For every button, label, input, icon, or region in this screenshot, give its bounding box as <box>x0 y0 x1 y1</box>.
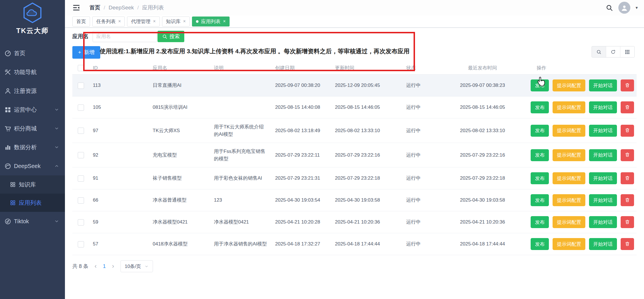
row-checkbox[interactable] <box>78 197 84 204</box>
prompt-config-button[interactable]: 提示词配置 <box>553 149 585 161</box>
search-button[interactable]: 搜索 <box>158 31 184 42</box>
sidebar-item-数据分析[interactable]: 数据分析 <box>0 138 65 157</box>
prompt-config-button[interactable]: 提示词配置 <box>553 194 585 206</box>
prompt-config-button[interactable]: 提示词配置 <box>553 172 585 184</box>
sidebar-item-注册资源[interactable]: 注册资源 <box>0 81 65 100</box>
sidebar-item-运营中心[interactable]: 运营中心 <box>0 100 65 119</box>
prompt-config-button[interactable]: 提示词配置 <box>553 238 585 250</box>
sidebar-item-DeepSeek[interactable]: DeepSeek <box>0 157 65 175</box>
publish-button[interactable]: 发布 <box>531 149 549 161</box>
delete-button[interactable] <box>621 238 634 250</box>
prev-page-button[interactable]: ‹ <box>95 263 97 269</box>
delete-button[interactable] <box>621 172 634 184</box>
collapse-menu-icon[interactable] <box>72 4 80 12</box>
tab-首页[interactable]: 首页 <box>72 17 90 26</box>
cell-status: 运行中 <box>403 97 437 118</box>
sidebar-item-Tiktok[interactable]: Tiktok <box>0 212 65 231</box>
delete-button[interactable] <box>621 149 634 161</box>
cell-app-name: 净水器普通模型 <box>149 189 210 211</box>
cell-id: 91 <box>89 167 149 189</box>
tab-知识库[interactable]: 知识库× <box>162 17 190 26</box>
publish-button[interactable]: 发布 <box>531 216 549 228</box>
brand-title: TK云大师 <box>0 26 65 35</box>
close-icon[interactable]: × <box>223 19 226 24</box>
avatar[interactable] <box>618 2 630 14</box>
close-icon[interactable]: × <box>153 19 156 24</box>
prompt-config-button[interactable]: 提示词配置 <box>553 216 585 228</box>
deepseek-icon <box>4 163 11 170</box>
sidebar-item-功能导航[interactable]: 功能导航 <box>0 63 65 81</box>
cell-status: 运行中 <box>403 118 437 143</box>
sidebar-item-首页[interactable]: 首页 <box>0 44 65 63</box>
select-all-checkbox[interactable] <box>78 65 84 71</box>
search-icon[interactable] <box>606 4 613 12</box>
close-icon[interactable]: × <box>118 19 121 24</box>
sidebar-item-积分商城[interactable]: 积分商城 <box>0 119 65 138</box>
close-icon[interactable]: × <box>183 19 186 24</box>
delete-button[interactable] <box>621 125 634 137</box>
start-chat-button[interactable]: 开始对话 <box>589 172 617 184</box>
tab-label: 任务列表 <box>96 18 116 25</box>
caret-down-icon[interactable]: ▾ <box>635 5 638 10</box>
row-checkbox[interactable] <box>78 175 84 182</box>
publish-button[interactable]: 发布 <box>531 125 549 137</box>
cell-description: 用于净水器销售的AI模型 <box>210 233 272 255</box>
tab-应用列表[interactable]: 应用列表× <box>192 17 230 26</box>
toolbar-search-icon[interactable] <box>592 46 606 57</box>
cell-created-date: 2025-07-29 23:22:11 <box>272 143 332 167</box>
row-checkbox[interactable] <box>78 152 84 158</box>
delete-button[interactable] <box>621 101 634 113</box>
start-chat-button[interactable]: 开始对话 <box>589 101 617 113</box>
sidebar-item-应用列表[interactable]: 应用列表 <box>0 194 65 212</box>
chevron-up-icon <box>54 163 59 169</box>
prompt-config-button[interactable]: 提示词配置 <box>553 125 585 137</box>
app-name-input[interactable] <box>93 31 157 42</box>
breadcrumb-item[interactable]: 应用列表 <box>142 4 164 11</box>
tab-代理管理[interactable]: 代理管理× <box>127 17 160 26</box>
cell-id: 105 <box>89 97 149 118</box>
trash-icon <box>625 175 630 181</box>
breadcrumb-item[interactable]: DeepSeek <box>109 5 134 11</box>
row-checkbox[interactable] <box>78 128 84 134</box>
trash-icon <box>625 219 630 225</box>
publish-button[interactable]: 发布 <box>531 101 549 113</box>
cell-status: 运行中 <box>403 233 437 255</box>
delete-button[interactable] <box>621 79 634 91</box>
sidebar: TK云大师 首页功能导航注册资源运营中心积分商城数据分析DeepSeek知识库应… <box>0 0 65 299</box>
add-button[interactable]: + 新增 <box>72 46 100 59</box>
row-checkbox[interactable] <box>78 105 84 111</box>
next-page-button[interactable]: › <box>112 263 114 269</box>
publish-button[interactable]: 发布 <box>531 238 549 250</box>
publish-button[interactable]: 发布 <box>531 79 549 91</box>
cell-id: 59 <box>89 211 149 233</box>
delete-button[interactable] <box>621 216 634 228</box>
prompt-config-button[interactable]: 提示词配置 <box>553 101 585 113</box>
publish-button[interactable]: 发布 <box>531 172 549 184</box>
delete-button[interactable] <box>621 194 634 206</box>
page-size-select[interactable]: 10条/页 <box>120 260 153 272</box>
sidebar-item-label: 数据分析 <box>14 144 37 151</box>
column-header-状态: 状态 <box>403 62 437 75</box>
breadcrumb-item[interactable]: 首页 <box>89 4 100 11</box>
start-chat-button[interactable]: 开始对话 <box>589 238 617 250</box>
start-chat-button[interactable]: 开始对话 <box>589 125 617 137</box>
row-checkbox[interactable] <box>78 219 84 226</box>
tab-任务列表[interactable]: 任务列表× <box>92 17 125 26</box>
start-chat-button[interactable]: 开始对话 <box>589 149 617 161</box>
main-area: 首页/DeepSeek/应用列表 ▾ 首页任务列表×代理管理×知识库×应用列表×… <box>65 0 644 299</box>
start-chat-button[interactable]: 开始对话 <box>589 79 617 91</box>
cell-last-published: 2025-04-21 10:20:36 <box>437 211 528 233</box>
column-header-ID: ID <box>89 62 149 75</box>
current-page[interactable]: 1 <box>103 263 106 269</box>
page-size-value: 10条/页 <box>125 263 141 270</box>
cell-id: 97 <box>89 118 149 143</box>
publish-button[interactable]: 发布 <box>531 194 549 206</box>
sidebar-item-知识库[interactable]: 知识库 <box>0 175 65 194</box>
toolbar-refresh-icon[interactable] <box>606 46 620 57</box>
toolbar-columns-icon[interactable] <box>620 46 634 57</box>
prompt-config-button[interactable]: 提示词配置 <box>553 79 585 91</box>
start-chat-button[interactable]: 开始对话 <box>589 194 617 206</box>
row-checkbox[interactable] <box>78 83 84 89</box>
start-chat-button[interactable]: 开始对话 <box>589 216 617 228</box>
row-checkbox[interactable] <box>78 241 84 247</box>
